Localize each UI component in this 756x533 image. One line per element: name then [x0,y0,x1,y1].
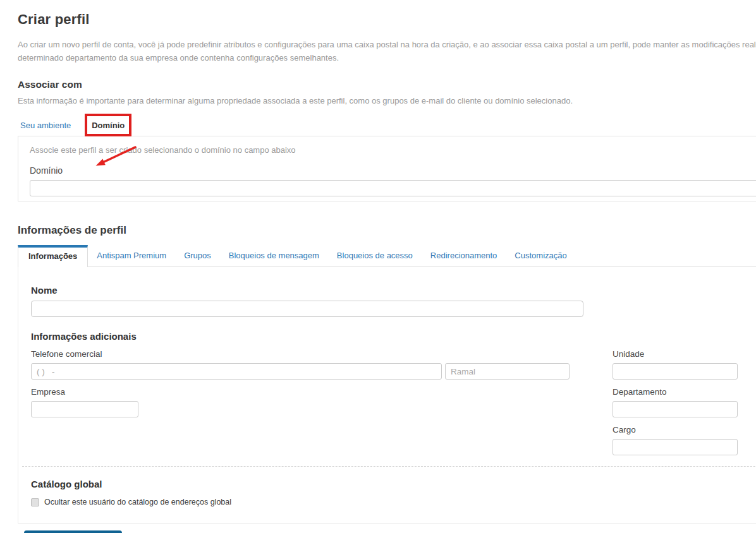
annotation-highlight-box: Domínio [85,114,131,136]
profile-info-panel: Nome Informações adicionais Telefone com… [18,267,756,524]
tab-customizacao[interactable]: Customização [506,245,575,266]
profile-tab-bar: Informações Antispam Premium Grupos Bloq… [18,245,756,267]
tab-bloqueios-de-mensagem[interactable]: Bloqueios de mensagem [220,245,328,266]
tab-dominio[interactable]: Domínio [92,121,125,130]
intro-line-1: Ao criar um novo perfil de conta, você j… [18,38,756,51]
phone-label: Telefone comercial [31,349,570,359]
hide-user-checkbox[interactable] [31,498,39,506]
phone-field-group: Telefone comercial [31,349,570,380]
form-actions: Salvar modificações Cancelar [18,530,756,533]
create-profile-page: Criar perfil Ao criar um novo perfil de … [0,0,756,533]
save-button[interactable]: Salvar modificações [24,530,122,533]
tab-seu-ambiente[interactable]: Seu ambiente [18,116,80,135]
domain-panel-hint: Associe este perfil a ser criado selecio… [30,145,756,155]
dashed-divider [22,466,756,467]
page-intro: Ao criar um novo perfil de conta, você j… [18,38,756,64]
company-field-group: Empresa [31,387,138,417]
tab-informacoes[interactable]: Informações [18,245,88,267]
tab-grupos[interactable]: Grupos [175,245,220,266]
global-catalog-heading: Catálogo global [31,479,756,489]
job-title-input[interactable] [613,439,738,455]
form-row: Cargo [31,425,738,455]
extension-input[interactable] [445,363,570,380]
domain-field-label: Domínio [30,165,756,176]
name-input[interactable] [31,301,583,317]
domain-association-panel: Associe este perfil a ser criado selecio… [18,136,756,201]
unit-input[interactable] [613,363,738,380]
form-row: Telefone comercial Unidade [31,349,738,380]
additional-info-form: Telefone comercial Unidade Empresa [31,349,738,455]
form-row: Empresa Departamento [31,387,738,417]
name-heading: Nome [31,285,756,296]
associate-section-heading: Associar com [18,79,756,90]
intro-line-2: determinado departamento da sua empresa … [18,51,756,64]
department-label: Departamento [613,387,738,397]
unit-label: Unidade [613,349,738,359]
company-input[interactable] [31,401,138,417]
profile-info-heading: Informações de perfil [18,224,756,237]
department-field-group: Departamento [613,387,738,417]
hide-user-checkbox-label: Ocultar este usuário do catálogo de ende… [44,498,231,506]
phone-inputs [31,363,570,380]
associate-tab-bar: Seu ambiente Domínio [18,114,756,136]
tab-antispam-premium[interactable]: Antispam Premium [88,245,175,266]
department-input[interactable] [613,401,738,417]
additional-info-heading: Informações adicionais [31,331,756,342]
tab-bloqueios-de-acesso[interactable]: Bloqueios de acesso [328,245,422,266]
tab-redirecionamento[interactable]: Redirecionamento [422,245,506,266]
job-title-field-group: Cargo [613,425,738,455]
associate-section-description: Esta informação é importante para determ… [18,96,756,105]
global-catalog-option: Ocultar este usuário do catálogo de ende… [31,498,756,506]
unit-field-group: Unidade [613,349,738,380]
company-label: Empresa [31,387,138,397]
domain-input[interactable] [30,180,756,196]
phone-input[interactable] [31,363,442,380]
job-title-label: Cargo [613,425,738,434]
page-title: Criar perfil [18,11,756,28]
